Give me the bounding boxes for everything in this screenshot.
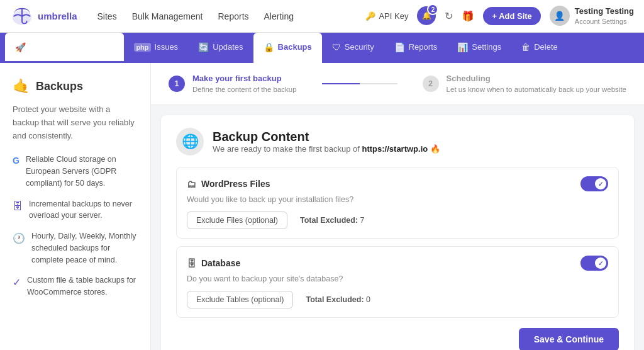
- stepper: 1 Make your first backup Define the cont…: [151, 63, 644, 105]
- updates-icon: 🔄: [198, 42, 209, 52]
- tab-uptime-label: Uptime / Performance: [30, 42, 114, 52]
- top-nav: umbrella Sites Bulk Management Reports A…: [0, 0, 644, 33]
- total-excluded-tables: Total Excluded: 0: [306, 295, 370, 304]
- rocket-icon: 🚀: [15, 42, 26, 52]
- folder-icon: 🗂: [187, 179, 196, 189]
- tab-issues-label: Issues: [155, 42, 179, 52]
- sidebar-features-list: G Reliable Cloud storage on European Ser…: [13, 154, 138, 298]
- nav-bulk-management[interactable]: Bulk Management: [132, 11, 203, 21]
- logo[interactable]: umbrella: [10, 4, 77, 28]
- database-toggle[interactable]: ✓: [580, 256, 608, 271]
- logo-text: umbrella: [38, 11, 77, 21]
- globe-icon: 🌐: [176, 128, 204, 155]
- wp-files-toggle[interactable]: ✓: [580, 176, 608, 191]
- feature-text-schedule: Hourly, Daily, Weekly, Monthly scheduled…: [31, 230, 138, 266]
- database-icon: 🗄: [13, 199, 23, 214]
- nav-links: Sites Bulk Management Reports Alerting: [97, 11, 351, 21]
- tab-delete[interactable]: 🗑 Delete: [511, 33, 568, 63]
- tab-delete-label: Delete: [534, 42, 558, 52]
- google-icon: G: [13, 154, 19, 167]
- nav-right: 🔑 API Key 🔔 2 ↻ 🎁 + Add Site 👤 Testing T…: [365, 6, 634, 27]
- sidebar-description: Protect your website with a backup that …: [13, 103, 138, 142]
- backup-card: 🌐 Backup Content We are ready to make th…: [161, 115, 634, 350]
- key-icon: 🔑: [365, 11, 375, 21]
- api-key-label: API Key: [379, 11, 408, 21]
- tab-issues[interactable]: php Issues: [124, 33, 188, 63]
- step-1-number: 1: [169, 76, 185, 92]
- security-icon: 🛡: [332, 42, 341, 52]
- wp-files-title: WordPress Files: [201, 179, 270, 189]
- db-header: 🗄 Database ✓: [187, 256, 608, 271]
- tab-reports[interactable]: 📄 Reports: [384, 33, 448, 63]
- gift-icon[interactable]: 🎁: [462, 10, 474, 22]
- card-footer: Save & Continue: [176, 328, 619, 350]
- db-description: Do you want to backup your site's databa…: [187, 274, 608, 283]
- notifications-button[interactable]: 🔔 2: [417, 6, 436, 25]
- feature-text-custom: Custom file & table backups for WooComme…: [27, 274, 138, 298]
- save-continue-button[interactable]: Save & Continue: [519, 328, 619, 350]
- total-excluded-files: Total Excluded: 7: [300, 216, 365, 225]
- db-actions: Exclude Tables (optional) Total Excluded…: [187, 291, 608, 308]
- step-2-sub: Let us know when to automatically back u…: [447, 84, 626, 94]
- db-title-area: 🗄 Database: [187, 258, 240, 269]
- backup-header: 🌐 Backup Content We are ready to make th…: [176, 128, 619, 155]
- db-toggle-thumb: ✓: [595, 257, 606, 269]
- clock-icon: 🕐: [13, 231, 25, 246]
- tab-updates-label: Updates: [213, 42, 243, 52]
- user-menu[interactable]: 👤 Testing Testing Account Settings: [550, 6, 634, 27]
- sidebar-title-area: 🤙 Backups: [13, 78, 138, 94]
- feature-text-cloud: Reliable Cloud storage on European Serve…: [26, 154, 138, 189]
- db-title: Database: [201, 258, 240, 268]
- db-toggle-check-icon: ✓: [598, 260, 603, 267]
- wp-files-title-area: 🗂 WordPress Files: [187, 179, 270, 189]
- step-1-sub: Define the content of the backup: [192, 84, 297, 94]
- step-2: 2 Scheduling Let us know when to automat…: [423, 73, 626, 94]
- settings-icon: 📊: [457, 42, 468, 52]
- feature-item-incremental: 🗄 Incremental backups to never overload …: [13, 198, 138, 222]
- user-name: Testing Testing: [575, 6, 634, 17]
- step-1-label: Make your first backup: [192, 73, 297, 84]
- refresh-icon[interactable]: ↻: [445, 10, 453, 22]
- stepper-divider: [322, 83, 397, 84]
- tab-reports-label: Reports: [409, 42, 438, 52]
- wp-files-description: Would you like to back up your installat…: [187, 195, 608, 204]
- exclude-files-button[interactable]: Exclude Files (optional): [187, 212, 287, 229]
- toggle-thumb: ✓: [595, 178, 606, 189]
- feature-item-custom: ✓ Custom file & table backups for WooCom…: [13, 274, 138, 298]
- sidebar-title: Backups: [36, 80, 83, 93]
- nav-sites[interactable]: Sites: [97, 11, 117, 21]
- wp-files-actions: Exclude Files (optional) Total Excluded:…: [187, 212, 608, 229]
- toggle-track[interactable]: ✓: [580, 176, 608, 191]
- main-layout: 🤙 Backups Protect your website with a ba…: [0, 63, 644, 350]
- tab-updates[interactable]: 🔄 Updates: [188, 33, 253, 63]
- backups-icon: 🔒: [264, 42, 274, 52]
- wp-files-header: 🗂 WordPress Files ✓: [187, 176, 608, 191]
- db-toggle-track[interactable]: ✓: [580, 256, 608, 271]
- sidebar: 🤙 Backups Protect your website with a ba…: [0, 63, 151, 350]
- tab-settings-label: Settings: [472, 42, 501, 52]
- notification-badge: 2: [427, 4, 438, 15]
- db-section-icon: 🗄: [187, 258, 196, 269]
- sub-nav: 🚀 Uptime / Performance php Issues 🔄 Upda…: [0, 33, 644, 63]
- feature-item-schedule: 🕐 Hourly, Daily, Weekly, Monthly schedul…: [13, 230, 138, 266]
- feature-item-cloud: G Reliable Cloud storage on European Ser…: [13, 154, 138, 189]
- feature-text-incremental: Incremental backups to never overload yo…: [29, 198, 138, 222]
- tab-backups[interactable]: 🔒 Backups: [253, 33, 322, 63]
- add-site-button[interactable]: + Add Site: [483, 7, 540, 25]
- content-area: 1 Make your first backup Define the cont…: [151, 63, 644, 350]
- reports-icon: 📄: [394, 42, 405, 52]
- tab-settings[interactable]: 📊 Settings: [447, 33, 511, 63]
- tab-security-label: Security: [345, 42, 374, 52]
- nav-reports[interactable]: Reports: [218, 11, 249, 21]
- account-settings-link[interactable]: Account Settings: [575, 17, 634, 26]
- tab-backups-label: Backups: [278, 42, 312, 52]
- api-key-button[interactable]: 🔑 API Key: [365, 11, 408, 21]
- issues-icon: php: [134, 43, 150, 52]
- step-2-label: Scheduling: [447, 73, 626, 84]
- wordpress-files-section: 🗂 WordPress Files ✓ Would you like to ba…: [176, 167, 619, 239]
- exclude-tables-button[interactable]: Exclude Tables (optional): [187, 291, 293, 308]
- tab-uptime-performance[interactable]: 🚀 Uptime / Performance: [5, 33, 124, 63]
- umbrella-logo-icon: [10, 4, 34, 28]
- tab-security[interactable]: 🛡 Security: [322, 33, 384, 63]
- nav-alerting[interactable]: Alerting: [264, 11, 294, 21]
